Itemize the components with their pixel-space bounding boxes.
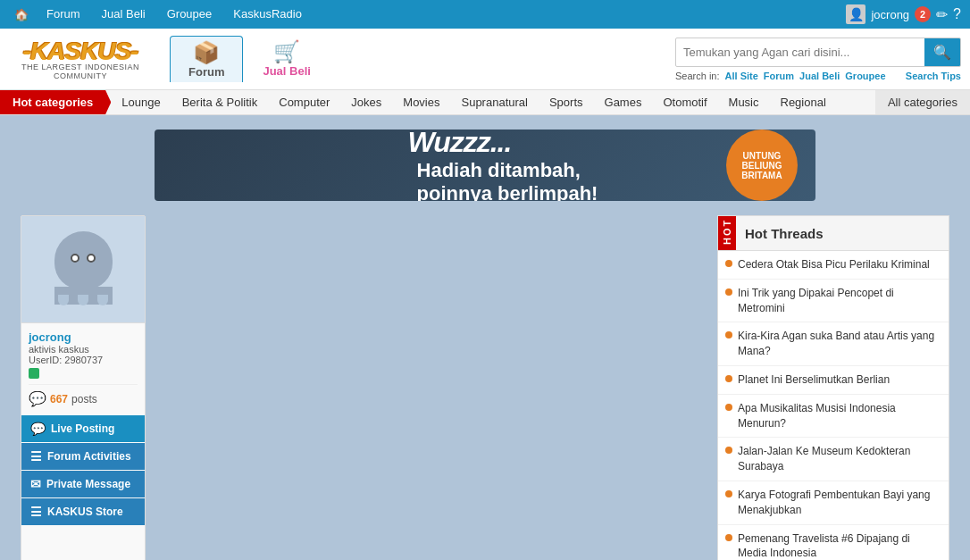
ghost-eye-left [71, 254, 79, 263]
hot-threads-header: HOT Hot Threads [717, 215, 949, 250]
profile-panel: jocrong aktivis kaskus UserID: 2980737 💬… [21, 215, 146, 560]
cat-lounge[interactable]: Lounge [111, 90, 171, 114]
cat-computer[interactable]: Computer [268, 90, 340, 114]
hot-thread-item[interactable]: Jalan-Jalan Ke Museum Kedokteran Surabay… [718, 438, 949, 481]
banner-badge: UNTUNG BELIUNG BRITAMA [726, 130, 798, 201]
search-groupee[interactable]: Groupee [845, 71, 885, 81]
nav-groupee[interactable]: Groupee [158, 0, 222, 29]
hot-thread-dot [725, 260, 732, 267]
hot-thread-text: Kira-Kira Agan suka Band atau Artis yang… [738, 329, 941, 359]
hot-thread-item[interactable]: Apa Musikalitas Musisi Indonesia Menurun… [718, 395, 949, 439]
badge-line2: BELIUNG [742, 161, 782, 171]
hot-thread-text: Jalan-Jalan Ke Museum Kedokteran Surabay… [738, 444, 941, 474]
main-content: jocrong aktivis kaskus UserID: 2980737 💬… [12, 215, 958, 560]
search-button[interactable]: 🔍 [924, 38, 960, 66]
cat-jokes[interactable]: Jokes [340, 90, 392, 114]
forum-activities-icon: ☰ [30, 449, 42, 464]
hot-thread-dot [725, 490, 732, 497]
badge-line3: BRITAMA [741, 171, 782, 180]
cat-sports[interactable]: Sports [539, 90, 594, 114]
hot-categories-btn[interactable]: Hot categories [0, 90, 111, 114]
tab-forum[interactable]: 📦 Forum [170, 36, 243, 82]
hot-thread-dot [725, 331, 732, 339]
jualbeli-icon: 🛒 [273, 39, 300, 64]
forum-activities-button[interactable]: ☰ Forum Activities [21, 443, 145, 470]
hot-thread-item[interactable]: Cedera Otak Bisa Picu Perilaku Kriminal [718, 251, 949, 280]
hot-thread-dot [725, 375, 732, 382]
posts-count: 667 [50, 393, 68, 405]
header-tabs: 📦 Forum 🛒 Jual Beli [170, 36, 329, 82]
posts-label: posts [71, 393, 97, 405]
badge-line1: UNTUNG [743, 151, 782, 161]
avatar-ghost-eyes [71, 254, 96, 263]
site-header: -KASKUS- THE LARGEST INDONESIAN COMMUNIT… [0, 29, 970, 90]
search-forum[interactable]: Forum [764, 71, 794, 81]
center-content [155, 215, 708, 560]
tab-jualbeli-label: Jual Beli [263, 64, 310, 78]
banner-text3: poinnya berlimpah! [417, 182, 598, 202]
kaskus-store-icon: ☰ [30, 505, 42, 519]
profile-info: jocrong aktivis kaskus UserID: 2980737 💬… [21, 323, 145, 414]
nav-forum[interactable]: Forum [38, 0, 89, 29]
hot-thread-item[interactable]: Planet Ini Berselimutkan Berlian [718, 366, 949, 395]
username-top[interactable]: jocrong [871, 8, 909, 21]
live-posting-button[interactable]: 💬 Live Posting [21, 415, 145, 442]
hot-thread-dot [725, 447, 732, 454]
profile-posts: 💬 667 posts [29, 384, 138, 407]
cat-supranatural[interactable]: Supranatural [450, 90, 538, 114]
hot-thread-item[interactable]: Ini Trik yang Dipakai Pencopet di Metrom… [718, 280, 949, 323]
cat-regional[interactable]: Regional [770, 90, 837, 114]
hot-thread-item[interactable]: Pemenang Travelista #6 Dipajang di Media… [718, 525, 949, 560]
profile-username[interactable]: jocrong [29, 330, 138, 344]
search-box: 🔍 [675, 38, 961, 67]
search-tips[interactable]: Search Tips [906, 71, 961, 81]
home-icon[interactable]: 🏠 [9, 2, 34, 27]
cat-berita[interactable]: Berita & Politik [171, 90, 269, 114]
hot-thread-text: Ini Trik yang Dipakai Pencopet di Metrom… [738, 286, 941, 316]
top-nav-left: 🏠 Forum Jual Beli Groupee KaskusRadio [9, 0, 311, 29]
cat-otomotif[interactable]: Otomotif [652, 90, 717, 114]
hot-threads-title: Hot Threads [736, 219, 832, 248]
tab-forum-label: Forum [188, 65, 224, 79]
cat-games[interactable]: Games [594, 90, 653, 114]
hot-thread-text: Apa Musikalitas Musisi Indonesia Menurun… [738, 401, 941, 431]
hot-thread-text: Cedera Otak Bisa Picu Perilaku Kriminal [738, 257, 930, 272]
private-message-label: Private Message [46, 478, 130, 490]
private-message-button[interactable]: ✉ Private Message [21, 471, 145, 497]
tab-jualbeli[interactable]: 🛒 Jual Beli [245, 36, 328, 82]
ghost-eye-right [87, 254, 96, 263]
cat-music[interactable]: Music [718, 90, 770, 114]
posts-icon: 💬 [29, 390, 46, 407]
kaskus-store-label: KASKUS Store [47, 506, 123, 518]
forum-icon: 📦 [193, 40, 220, 65]
edit-icon[interactable]: ✏ [936, 6, 948, 23]
hot-thread-item[interactable]: Karya Fotografi Pembentukan Bayi yang Me… [718, 481, 949, 525]
profile-role: aktivis kaskus [29, 344, 138, 355]
hot-thread-dot [725, 404, 732, 411]
all-categories-btn[interactable]: All categories [875, 90, 970, 114]
hot-thread-dot [725, 288, 732, 296]
search-in-bar: Search in: All Site Forum Jual Beli Grou… [675, 71, 961, 81]
advertisement-banner: Wuzzz... Hadiah ditambah, poinnya berlim… [155, 130, 815, 201]
help-icon[interactable]: ? [953, 6, 961, 22]
profile-status-indicator [29, 368, 39, 379]
notification-badge[interactable]: 2 [915, 6, 931, 22]
banner-text2: Hadiah ditambah, [417, 159, 598, 182]
search-in-label: Search in: [675, 71, 720, 81]
nav-kaskusradio[interactable]: KaskusRadio [224, 0, 311, 29]
search-input[interactable] [676, 40, 924, 64]
hot-thread-text: Karya Fotografi Pembentukan Bayi yang Me… [738, 488, 941, 518]
profile-userid: UserID: 2980737 [29, 355, 138, 365]
hot-badge: HOT [718, 216, 736, 250]
nav-jualbeli[interactable]: Jual Beli [93, 0, 155, 29]
search-jualbeli[interactable]: Jual Beli [799, 71, 840, 81]
kaskus-store-button[interactable]: ☰ KASKUS Store [21, 498, 145, 525]
top-nav-right: 👤 jocrong 2 ✏ ? [846, 4, 961, 24]
logo-subtitle: THE LARGEST INDONESIAN COMMUNITY [9, 63, 152, 80]
forum-activities-label: Forum Activities [47, 450, 131, 463]
hot-thread-item[interactable]: Kira-Kira Agan suka Band atau Artis yang… [718, 322, 949, 366]
top-navigation: 🏠 Forum Jual Beli Groupee KaskusRadio 👤 … [0, 0, 970, 29]
search-all-site[interactable]: All Site [725, 71, 758, 81]
cat-movies[interactable]: Movies [392, 90, 450, 114]
category-nav: Hot categories Lounge Berita & Politik C… [0, 90, 970, 115]
